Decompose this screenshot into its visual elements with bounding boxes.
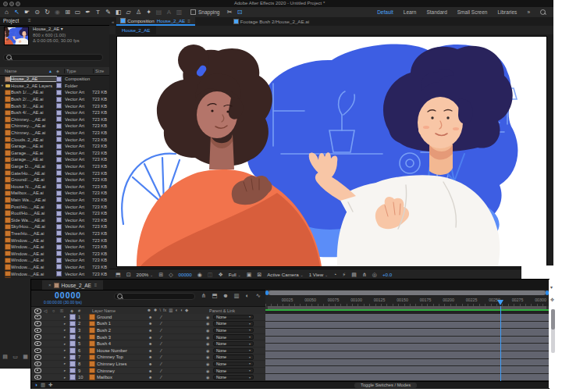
layer-visibility-eye-icon[interactable] [34,348,41,354]
project-item-name[interactable]: Window..._AE.ai [11,238,56,243]
layer-row[interactable]: ▸8Chimney Lines☻∕◉None▾ [31,361,265,367]
pan-behind-tool-icon[interactable]: ⊞ [62,8,73,16]
project-item-name[interactable]: Sky/Hou..._AE.ai [11,224,56,229]
layer-expand-caret[interactable]: ▸ [64,322,66,326]
label-color-chip[interactable] [56,157,62,162]
workspace-default[interactable]: Default [377,9,393,15]
label-color-chip[interactable] [56,184,62,189]
stroke-control-icon[interactable]: A [164,8,174,16]
shape-tool-icon[interactable]: ▭ [73,8,83,16]
layer-visibility-eye-icon[interactable] [34,334,41,340]
close-window-icon[interactable] [3,2,8,6]
layer-duration-bar[interactable] [265,337,549,344]
project-row[interactable]: Post/Ho..._AE.aiVector Art723 KB [0,203,109,210]
comp-marker-bin-icon[interactable]: ✥ [550,297,554,302]
parent-pick-whip-icon[interactable]: ◉ [206,321,209,326]
minimize-window-icon[interactable] [9,2,14,6]
layer-label-color[interactable] [69,321,76,327]
channels-icon[interactable]: ❖ [218,272,222,278]
show-snapshot-icon[interactable]: ◫ [208,272,213,278]
quality-switch-icon[interactable]: ∕ [161,315,162,319]
layer-label-color[interactable] [69,327,76,333]
breadcrumb[interactable]: House_2_AE [116,26,156,34]
panel-menu-icon[interactable]: ≡ [28,18,31,23]
parent-link-column[interactable]: Parent & Link [209,308,235,313]
layer-name[interactable]: Chimney [97,369,145,373]
project-row[interactable]: Window..._AE.aiVector Art723 KB [0,270,109,277]
quality-switch-icon[interactable]: ∕ [161,355,162,359]
project-column-headers[interactable]: Name ▲ ◈ Type Size Frame [0,67,109,76]
shy-switch-icon[interactable]: ☻ [148,335,152,340]
project-tab[interactable]: Project [3,18,19,23]
parent-pick-whip-icon[interactable]: ◉ [206,348,209,353]
label-color-chip[interactable] [56,170,62,176]
rotation-tool-icon[interactable]: ↻ [42,8,52,16]
pixel-aspect-icon[interactable]: ◔ [333,272,336,277]
timeline-vertical-scrollbar[interactable] [551,309,555,353]
layer-label-color[interactable] [69,355,76,361]
sort-ascending-icon[interactable]: ▲ [48,69,56,73]
vertical-scroll-thumb[interactable] [551,309,555,330]
shy-switch-icon[interactable]: ☻ [148,315,152,319]
lock-column-icon[interactable]: ⚿ [60,308,63,314]
close-tab-icon[interactable]: × [48,283,52,287]
workspace-search-icon[interactable] [540,9,546,15]
shy-switch-icon[interactable]: ☻ [148,341,152,346]
project-row[interactable]: Chimney..._AE.aiVector Art723 KB [0,130,109,137]
snap-options-icon[interactable]: ✂ [224,8,234,16]
label-color-chip[interactable] [56,251,62,256]
layer-expand-caret[interactable]: ▸ [64,362,66,365]
parent-pick-whip-icon[interactable]: ◉ [206,341,209,346]
label-color-chip[interactable] [56,123,62,129]
layer-name[interactable]: Ground [97,315,145,319]
interpret-footage-icon[interactable]: ▤ [2,353,9,360]
layer-duration-bar[interactable] [265,366,549,373]
label-color-chip[interactable] [56,237,62,243]
project-row[interactable]: Chimney..._AE.aiVector Art723 KB [0,123,109,130]
switch-column-icon-4[interactable]: ▥ [169,308,173,312]
canvas-artboard[interactable] [117,37,546,266]
fill-control-icon[interactable]: ▤ [154,8,164,16]
label-color-chip[interactable] [56,130,62,136]
layer-row[interactable]: ▸6House Number☻∕◉None▾ [31,347,265,354]
project-item-name[interactable]: Tree/Ho..._AE.ai [11,231,56,236]
layer-label-color[interactable] [69,314,76,320]
project-row[interactable]: Window..._AE.aiVector Art723 KB [0,250,109,257]
solo-column-icon[interactable]: ○ [52,308,55,313]
project-item-name[interactable]: Mailbox..._AE.ai [11,191,56,195]
label-color-chip[interactable] [56,116,62,122]
layer-label-color[interactable] [69,334,76,340]
layer-visibility-eye-icon[interactable] [34,315,41,320]
project-row[interactable]: Bush 3/..._AE.aiVector Art723 KB [0,102,109,109]
motion-blur-icon[interactable]: ◐ [244,292,251,300]
transparency-grid-icon[interactable]: ⊠ [257,272,261,278]
label-color-chip[interactable] [56,137,62,142]
label-color-chip[interactable] [56,144,62,149]
current-time-indicator-head[interactable] [497,300,503,305]
layer-row[interactable]: ▸2Bush 1☻∕◉None▾ [31,321,265,327]
column-size[interactable]: Size [93,69,111,73]
roto-brush-tool-icon[interactable]: ♙ [133,8,144,16]
fast-previews-icon[interactable]: ⚡ [342,272,346,278]
project-row[interactable]: Gate/Ho..._AE.aiVector Art723 KB [0,169,109,176]
layer-visibility-eye-icon[interactable] [34,375,41,380]
layer-duration-bar[interactable] [265,322,549,329]
label-color-chip[interactable] [56,204,62,209]
switch-column-icon-2[interactable]: \ [159,308,161,312]
layer-visibility-eye-icon[interactable] [34,362,41,367]
layer-name[interactable]: Chimney Top [97,355,145,359]
draft-3d-icon[interactable]: ⬒ [211,292,219,300]
audio-column-icon[interactable]: ◁ [44,308,47,313]
grid-guides-icon[interactable]: ⊞ [158,272,163,278]
project-row[interactable]: Window..._AE.aiVector Art723 KB [0,244,109,251]
layer-visibility-eye-icon[interactable] [34,328,41,333]
home-tool-icon[interactable]: ⌂ [2,8,12,16]
current-time-display[interactable]: 00000 [55,290,81,300]
label-color-chip[interactable] [56,271,62,276]
layer-expand-caret[interactable]: ▸ [64,348,66,352]
panel-collapse-icon[interactable]: « [109,20,116,24]
eraser-tool-icon[interactable]: ▱ [123,8,133,16]
parent-select[interactable]: None▾ [213,321,254,326]
project-row[interactable]: Roof/Ho..._AE.aiVector Art723 KB [0,210,109,217]
layer-expand-caret[interactable]: ▸ [64,315,66,319]
